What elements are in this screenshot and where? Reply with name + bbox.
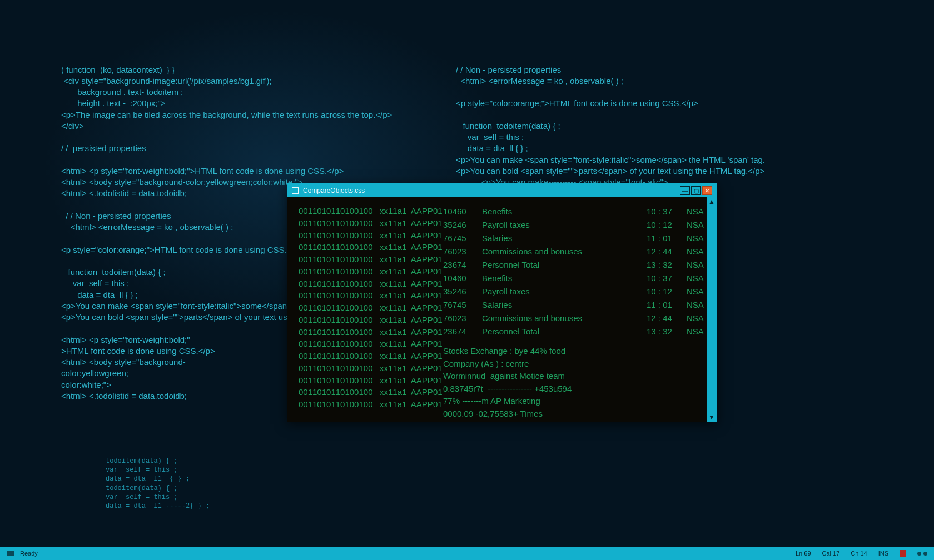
table-row: 76023Commissions and bonuses12 : 44NSA (443, 245, 709, 258)
status-bar: Ready Ln 69 Cal 17 Ch 14 INS (0, 547, 934, 560)
window-titlebar[interactable]: CompareObjects.css — ▢ ✕ (287, 184, 717, 197)
minimize-button[interactable]: — (680, 186, 690, 195)
window-title: CompareObjects.css (303, 187, 365, 194)
table-row: 23674Personnel Total13 : 32NSA (443, 325, 709, 338)
status-dots (917, 552, 927, 556)
close-button[interactable]: ✕ (702, 186, 712, 195)
scroll-down-icon[interactable]: ▼ (708, 414, 715, 421)
window-icon (292, 187, 299, 194)
table-row: 76023Commissions and bonuses12 : 44NSA (443, 312, 709, 325)
table-row: 10460Benefits10 : 37NSA (443, 205, 709, 218)
status-insert: INS (878, 550, 888, 557)
vertical-scrollbar[interactable]: ▲ ▼ (707, 197, 717, 422)
table-row: 23674Personnel Total13 : 32NSA (443, 258, 709, 272)
table-row: 76745Salaries11 : 01NSA (443, 232, 709, 245)
table-row: 76745Salaries11 : 01NSA (443, 298, 709, 312)
status-char: Ch 14 (851, 550, 867, 557)
data-column-binary: 0011010110100100 xx11a1 AAPP01 001101011… (299, 205, 443, 414)
compare-objects-window: CompareObjects.css — ▢ ✕ 001101011010010… (287, 183, 717, 422)
maximize-button[interactable]: ▢ (691, 186, 701, 195)
data-column-records: 10460Benefits10 : 37NSA35246Payroll taxe… (443, 205, 712, 414)
status-indicator-box (7, 551, 14, 556)
table-row: 35246Payroll taxes10 : 12NSA (443, 285, 709, 298)
status-line: Ln 69 (796, 550, 811, 557)
status-error-indicator (900, 550, 906, 557)
table-row: 10460Benefits10 : 37NSA (443, 272, 709, 285)
status-ready: Ready (20, 550, 38, 557)
scroll-up-icon[interactable]: ▲ (708, 198, 715, 205)
table-row: 35246Payroll taxes10 : 12NSA (443, 218, 709, 232)
status-col: Cal 17 (822, 550, 840, 557)
